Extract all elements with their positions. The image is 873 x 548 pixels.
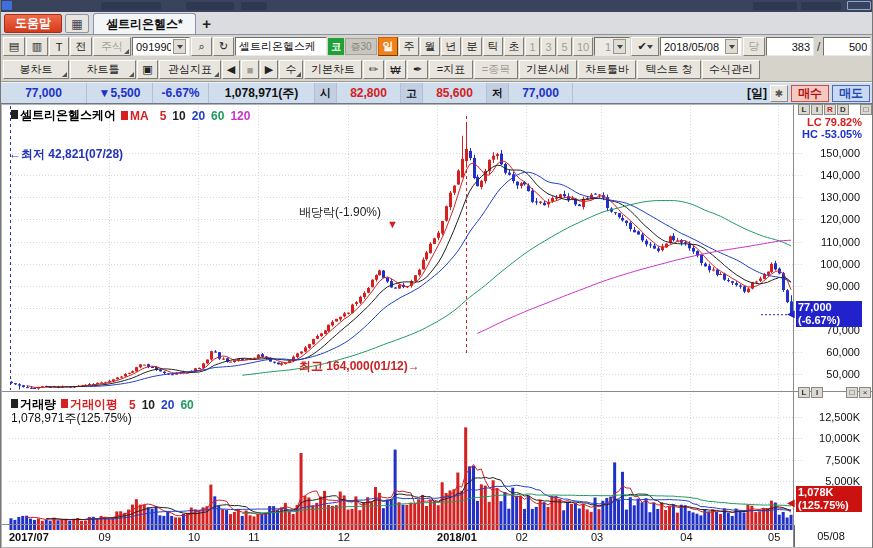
- interval-10-button-label: 10: [577, 41, 589, 53]
- formula-manager-button[interactable]: 수식관리: [702, 60, 760, 79]
- chart-frame-button-label: 차트틀: [87, 62, 120, 77]
- high-label: 고: [401, 83, 423, 103]
- period-second-button[interactable]: 초: [504, 37, 524, 56]
- dropdown-corner-icon: [124, 49, 129, 54]
- layout-grid-icon-button[interactable]: ▥: [26, 37, 48, 56]
- ma-period-10: 10: [142, 398, 155, 412]
- bar-count-input[interactable]: 383: [766, 37, 814, 56]
- draw-tools-icon-button[interactable]: ✏: [363, 60, 384, 79]
- ma-period-120: 120: [230, 109, 250, 123]
- dropdown-arrow-icon[interactable]: [725, 39, 738, 54]
- volume-panel-restore-icon[interactable]: □: [846, 387, 858, 398]
- all-markets-button[interactable]: 전: [70, 37, 92, 56]
- buy-button[interactable]: 매수: [791, 85, 829, 102]
- period-minute-button-label: 분: [467, 39, 478, 54]
- price-tick-label: 50,000: [826, 368, 860, 380]
- price-tick-label: 110,000: [821, 236, 860, 248]
- help-button[interactable]: 도움말: [4, 14, 62, 33]
- period-month-button[interactable]: 월: [420, 37, 440, 56]
- search-icon-button[interactable]: ⌕: [191, 37, 212, 56]
- save-icon-button-label: ▣: [142, 63, 152, 76]
- basic-quote-button-label: 기본시세: [526, 62, 570, 77]
- text-tool-button[interactable]: T: [49, 37, 69, 56]
- price-tick-label: 60,000: [826, 346, 860, 358]
- save-icon-button[interactable]: ▣: [137, 60, 158, 79]
- current-price-box: 77,000 (-6.67%): [796, 301, 862, 327]
- current-volume-box-pct: (125.75%): [798, 499, 860, 512]
- panel-restore-icon[interactable]: □: [860, 104, 872, 115]
- period-minute-button[interactable]: 분: [462, 37, 482, 56]
- date-input[interactable]: 2018/05/08: [660, 37, 742, 56]
- symbol-toolbar: ▤▥T전주식091990⌕↻셀트리온헬스케코증30일주월년분틱초135101✔2…: [1, 35, 873, 58]
- x-tick-label: 11: [248, 531, 259, 543]
- x-tick-label: 04: [680, 531, 692, 543]
- ma-period-10: 10: [172, 109, 185, 123]
- chart-frame-button[interactable]: 차트틀: [70, 60, 136, 79]
- chart-toolbar: 봉차트차트틀▣관심지표◀■▶수기본차트✏₩✒=지표=종목기본시세차트툴바텍스트 …: [1, 58, 873, 82]
- symbol-compare-button-label: =종목: [482, 62, 510, 77]
- indicator-overlay-button[interactable]: =지표: [429, 60, 473, 79]
- volume-axis-scale-button-i[interactable]: I: [811, 387, 823, 398]
- axis-scale-button-d[interactable]: D: [837, 104, 849, 115]
- all-markets-button-label: 전: [76, 39, 87, 54]
- layout-list-icon-button[interactable]: ▤: [3, 37, 25, 56]
- custom-interval-input[interactable]: 1: [594, 37, 630, 56]
- chart-toolbar-button-label: 차트툴바: [585, 62, 629, 77]
- background-window-shape: [186, 2, 234, 10]
- add-tab-button[interactable]: +: [196, 13, 218, 34]
- tab-celltrion-healthcare[interactable]: 셀트리온헬스*: [93, 13, 196, 34]
- candle-chart-button[interactable]: 봉차트: [3, 60, 69, 79]
- price-tick-label: 130,000: [820, 191, 860, 203]
- pen-tool-icon-button[interactable]: ✒: [407, 60, 428, 79]
- apply-dropdown-button[interactable]: ✔: [631, 37, 659, 56]
- period-day-button[interactable]: 일: [378, 37, 398, 56]
- indicator-overlay-button-label: =지표: [437, 62, 465, 77]
- basic-chart-button[interactable]: 기본차트: [304, 60, 362, 79]
- period-indicator: [일]: [747, 85, 767, 102]
- interval-3-button: 3: [541, 37, 556, 56]
- chart-plot-canvas[interactable]: [1, 104, 873, 548]
- symbol-compare-button: =종목: [474, 60, 518, 79]
- ma-period-20: 20: [192, 109, 205, 123]
- volume-axis-scale-button-l[interactable]: L: [798, 387, 810, 398]
- price-summary-bar: 77,000▼5,500-6.67%1,078,971(주)시82,800고85…: [1, 82, 873, 104]
- x-tick-label: 09: [99, 531, 111, 543]
- favorite-indicator-button[interactable]: 관심지표: [159, 60, 221, 79]
- price-tick-label: 90,000: [826, 280, 860, 292]
- dropdown-arrow-icon[interactable]: [173, 39, 186, 54]
- interval-5-button-label: 5: [561, 41, 567, 53]
- interval-1-button: 1: [525, 37, 540, 56]
- axis-scale-button-i[interactable]: I: [811, 104, 823, 115]
- chart-list-icon[interactable]: ▦: [65, 14, 89, 33]
- bar-total-input[interactable]: 500: [823, 37, 871, 56]
- refresh-icon-button[interactable]: ↻: [213, 37, 234, 56]
- low-label: 저: [487, 83, 509, 103]
- period-year-button[interactable]: 년: [441, 37, 461, 56]
- ma-period-list: 5102060120: [154, 109, 251, 123]
- symbol-name-field[interactable]: 셀트리온헬스케: [235, 37, 327, 56]
- period-week-button[interactable]: 주: [399, 37, 419, 56]
- won-price-icon-button[interactable]: ₩: [385, 60, 406, 79]
- edit-dropdown-button-label: 수: [286, 62, 297, 77]
- stock-type-button: 주식: [93, 37, 131, 56]
- current-volume-box: 1,078K (125.75%): [796, 486, 862, 512]
- ma-period-5: 5: [160, 109, 167, 123]
- gear-icon[interactable]: ✱: [770, 85, 788, 102]
- volume-panel-close-icon[interactable]: ×: [859, 387, 871, 398]
- edit-dropdown-button[interactable]: 수: [279, 60, 303, 79]
- prev-icon-button[interactable]: ◀: [222, 60, 240, 79]
- text-window-button[interactable]: 텍스트 창: [637, 60, 701, 79]
- symbol-code-input[interactable]: 091990: [132, 37, 190, 56]
- sell-button[interactable]: 매도: [832, 85, 870, 102]
- axis-scale-button-r[interactable]: R: [824, 104, 836, 115]
- pen-tool-icon-button-label: ✒: [413, 63, 422, 76]
- period-tick-button[interactable]: 틱: [483, 37, 503, 56]
- hts-chart-window: 도움말 ▦ 셀트리온헬스* + ▤▥T전주식091990⌕↻셀트리온헬스케코증3…: [0, 0, 873, 548]
- chart-toolbar-button[interactable]: 차트툴바: [578, 60, 636, 79]
- dropdown-arrow-icon[interactable]: [613, 39, 626, 54]
- interval-10-button: 10: [573, 37, 593, 56]
- basic-quote-button[interactable]: 기본시세: [519, 60, 577, 79]
- axis-scale-button-l[interactable]: L: [798, 104, 810, 115]
- next-icon-button[interactable]: ▶: [260, 60, 278, 79]
- background-window-icon: [2, 1, 12, 10]
